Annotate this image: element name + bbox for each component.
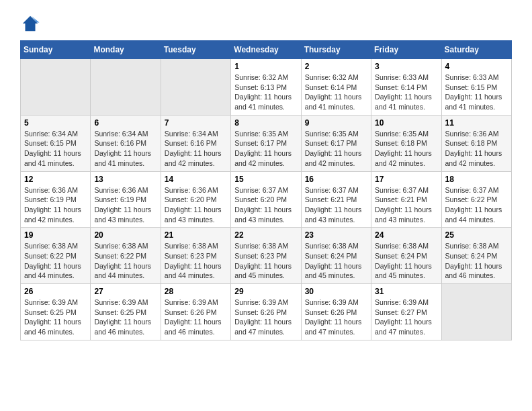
day-info: Sunrise: 6:38 AM Sunset: 6:24 PM Dayligh…: [305, 241, 367, 281]
week-row-1: 1Sunrise: 6:32 AM Sunset: 6:13 PM Daylig…: [21, 59, 512, 116]
day-info: Sunrise: 6:39 AM Sunset: 6:26 PM Dayligh…: [234, 298, 297, 337]
day-info: Sunrise: 6:38 AM Sunset: 6:24 PM Dayligh…: [375, 241, 437, 281]
day-number: 21: [165, 230, 227, 240]
day-cell: 7Sunrise: 6:34 AM Sunset: 6:16 PM Daylig…: [161, 115, 230, 171]
day-info: Sunrise: 6:38 AM Sunset: 6:24 PM Dayligh…: [445, 241, 508, 281]
day-info: Sunrise: 6:38 AM Sunset: 6:23 PM Dayligh…: [234, 241, 297, 281]
day-cell: 3Sunrise: 6:33 AM Sunset: 6:14 PM Daylig…: [371, 59, 441, 116]
week-row-5: 26Sunrise: 6:39 AM Sunset: 6:25 PM Dayli…: [21, 284, 512, 340]
day-cell: 25Sunrise: 6:38 AM Sunset: 6:24 PM Dayli…: [441, 228, 511, 284]
day-info: Sunrise: 6:39 AM Sunset: 6:26 PM Dayligh…: [165, 298, 227, 337]
day-cell: 17Sunrise: 6:37 AM Sunset: 6:21 PM Dayli…: [371, 171, 441, 228]
day-number: 24: [375, 230, 437, 240]
day-info: Sunrise: 6:39 AM Sunset: 6:26 PM Dayligh…: [305, 298, 367, 337]
day-number: 17: [375, 175, 437, 184]
day-number: 2: [305, 62, 367, 71]
week-row-2: 5Sunrise: 6:34 AM Sunset: 6:15 PM Daylig…: [21, 115, 512, 171]
day-number: 10: [375, 118, 437, 128]
weekday-header-monday: Monday: [91, 41, 161, 59]
day-number: 29: [234, 287, 297, 296]
week-row-4: 19Sunrise: 6:38 AM Sunset: 6:22 PM Dayli…: [21, 228, 512, 284]
day-number: 3: [375, 62, 437, 71]
day-info: Sunrise: 6:37 AM Sunset: 6:21 PM Dayligh…: [305, 185, 367, 225]
day-cell: 19Sunrise: 6:38 AM Sunset: 6:22 PM Dayli…: [21, 228, 91, 284]
day-cell: 21Sunrise: 6:38 AM Sunset: 6:23 PM Dayli…: [161, 228, 230, 284]
logo-icon: [20, 13, 40, 34]
day-number: 23: [305, 230, 367, 240]
weekday-header-thursday: Thursday: [301, 41, 371, 59]
day-number: 20: [94, 230, 157, 240]
day-cell: 18Sunrise: 6:37 AM Sunset: 6:22 PM Dayli…: [441, 171, 511, 228]
day-info: Sunrise: 6:35 AM Sunset: 6:17 PM Dayligh…: [234, 129, 297, 169]
day-cell: 16Sunrise: 6:37 AM Sunset: 6:21 PM Dayli…: [301, 171, 371, 228]
day-info: Sunrise: 6:39 AM Sunset: 6:25 PM Dayligh…: [94, 298, 157, 337]
day-cell: 1Sunrise: 6:32 AM Sunset: 6:13 PM Daylig…: [231, 59, 301, 116]
day-number: 15: [234, 175, 297, 184]
day-info: Sunrise: 6:35 AM Sunset: 6:17 PM Dayligh…: [305, 129, 367, 169]
day-info: Sunrise: 6:33 AM Sunset: 6:14 PM Dayligh…: [375, 73, 437, 112]
day-cell: 23Sunrise: 6:38 AM Sunset: 6:24 PM Dayli…: [301, 228, 371, 284]
week-row-3: 12Sunrise: 6:36 AM Sunset: 6:19 PM Dayli…: [21, 171, 512, 228]
day-cell: 30Sunrise: 6:39 AM Sunset: 6:26 PM Dayli…: [301, 284, 371, 340]
day-cell: 31Sunrise: 6:39 AM Sunset: 6:27 PM Dayli…: [371, 284, 441, 340]
calendar-table: SundayMondayTuesdayWednesdayThursdayFrid…: [20, 40, 512, 340]
day-info: Sunrise: 6:32 AM Sunset: 6:14 PM Dayligh…: [305, 73, 367, 112]
day-info: Sunrise: 6:37 AM Sunset: 6:20 PM Dayligh…: [234, 185, 297, 225]
day-number: 16: [305, 175, 367, 184]
day-number: 22: [234, 230, 297, 240]
day-info: Sunrise: 6:36 AM Sunset: 6:18 PM Dayligh…: [445, 129, 508, 169]
day-cell: 12Sunrise: 6:36 AM Sunset: 6:19 PM Dayli…: [21, 171, 91, 228]
day-cell: 14Sunrise: 6:36 AM Sunset: 6:20 PM Dayli…: [161, 171, 230, 228]
day-cell: 24Sunrise: 6:38 AM Sunset: 6:24 PM Dayli…: [371, 228, 441, 284]
day-number: 26: [24, 287, 87, 296]
day-number: 12: [24, 175, 87, 184]
day-info: Sunrise: 6:37 AM Sunset: 6:22 PM Dayligh…: [445, 185, 508, 225]
day-info: Sunrise: 6:38 AM Sunset: 6:22 PM Dayligh…: [94, 241, 157, 281]
day-cell: 9Sunrise: 6:35 AM Sunset: 6:17 PM Daylig…: [301, 115, 371, 171]
day-info: Sunrise: 6:37 AM Sunset: 6:21 PM Dayligh…: [375, 185, 437, 225]
day-cell: 5Sunrise: 6:34 AM Sunset: 6:15 PM Daylig…: [21, 115, 91, 171]
day-info: Sunrise: 6:39 AM Sunset: 6:25 PM Dayligh…: [24, 298, 87, 337]
day-cell: 27Sunrise: 6:39 AM Sunset: 6:25 PM Dayli…: [91, 284, 161, 340]
day-number: 13: [94, 175, 157, 184]
logo: [20, 13, 43, 34]
day-cell: 4Sunrise: 6:33 AM Sunset: 6:15 PM Daylig…: [441, 59, 511, 116]
day-cell: 11Sunrise: 6:36 AM Sunset: 6:18 PM Dayli…: [441, 115, 511, 171]
day-cell: 13Sunrise: 6:36 AM Sunset: 6:19 PM Dayli…: [91, 171, 161, 228]
day-info: Sunrise: 6:34 AM Sunset: 6:16 PM Dayligh…: [94, 129, 157, 169]
calendar-header: SundayMondayTuesdayWednesdayThursdayFrid…: [21, 41, 512, 59]
day-number: 9: [305, 118, 367, 128]
day-number: 27: [94, 287, 157, 296]
day-info: Sunrise: 6:36 AM Sunset: 6:19 PM Dayligh…: [94, 185, 157, 225]
weekday-header-wednesday: Wednesday: [231, 41, 301, 59]
day-number: 28: [165, 287, 227, 296]
day-cell: [91, 59, 161, 116]
day-cell: 20Sunrise: 6:38 AM Sunset: 6:22 PM Dayli…: [91, 228, 161, 284]
day-info: Sunrise: 6:36 AM Sunset: 6:20 PM Dayligh…: [165, 185, 227, 225]
day-number: 25: [445, 230, 508, 240]
day-info: Sunrise: 6:34 AM Sunset: 6:15 PM Dayligh…: [24, 129, 87, 169]
day-cell: 6Sunrise: 6:34 AM Sunset: 6:16 PM Daylig…: [91, 115, 161, 171]
weekday-header-sunday: Sunday: [21, 41, 91, 59]
day-cell: 22Sunrise: 6:38 AM Sunset: 6:23 PM Dayli…: [231, 228, 301, 284]
day-info: Sunrise: 6:35 AM Sunset: 6:18 PM Dayligh…: [375, 129, 437, 169]
weekday-row: SundayMondayTuesdayWednesdayThursdayFrid…: [21, 41, 512, 59]
day-number: 30: [305, 287, 367, 296]
day-number: 1: [234, 62, 297, 71]
day-cell: [21, 59, 91, 116]
day-number: 8: [234, 118, 297, 128]
day-info: Sunrise: 6:38 AM Sunset: 6:22 PM Dayligh…: [24, 241, 87, 281]
day-number: 18: [445, 175, 508, 184]
day-info: Sunrise: 6:33 AM Sunset: 6:15 PM Dayligh…: [445, 73, 508, 112]
day-number: 6: [94, 118, 157, 128]
day-number: 7: [165, 118, 227, 128]
day-cell: [441, 284, 511, 340]
day-info: Sunrise: 6:32 AM Sunset: 6:13 PM Dayligh…: [234, 73, 297, 112]
day-info: Sunrise: 6:34 AM Sunset: 6:16 PM Dayligh…: [165, 129, 227, 169]
day-number: 4: [445, 62, 508, 71]
svg-marker-0: [23, 16, 38, 32]
day-number: 5: [24, 118, 87, 128]
weekday-header-saturday: Saturday: [441, 41, 511, 59]
day-cell: [161, 59, 230, 116]
calendar-body: 1Sunrise: 6:32 AM Sunset: 6:13 PM Daylig…: [21, 59, 512, 340]
